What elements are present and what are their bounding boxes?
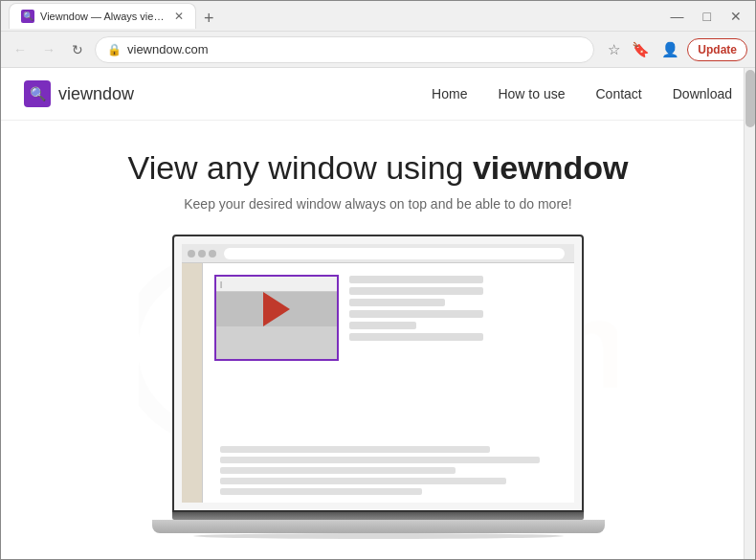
maximize-button[interactable]: □: [698, 7, 717, 26]
mini-dot-1: [188, 250, 195, 258]
hero-title: View any window using viewndow: [128, 149, 629, 187]
logo-text: viewndow: [58, 84, 134, 104]
hero-section: viewndow View any window using viewndow …: [1, 121, 755, 559]
bottom-line: [220, 446, 490, 453]
bottom-line: [220, 457, 540, 463]
address-bar: ← → ↻ 🔒 viewndow.com ☆ 🔖 👤 Update: [1, 32, 755, 68]
laptop-hinge: [172, 512, 584, 520]
content-line: [349, 322, 416, 329]
lock-icon: 🔒: [107, 43, 122, 56]
bottom-line: [220, 488, 422, 495]
forward-button[interactable]: →: [37, 38, 60, 61]
mini-content: [182, 263, 574, 503]
scrollbar-track[interactable]: [744, 68, 755, 559]
profile-icon[interactable]: 👤: [657, 37, 683, 62]
page-content: 🔍 viewndow Home How to use Contact Downl…: [1, 68, 755, 559]
window-controls: — □ ✕: [665, 7, 747, 26]
float-body: [216, 292, 337, 326]
hero-subtitle: Keep your desired window always on top a…: [184, 196, 571, 212]
tab-close-button[interactable]: ✕: [174, 10, 184, 23]
bottom-line: [220, 467, 456, 474]
tab-favicon: [21, 10, 34, 23]
nav-links: Home How to use Contact Download: [432, 86, 732, 101]
tab-bar: Viewndow — Always view desir... ✕ +: [9, 3, 665, 29]
toolbar-icons: ☆ 🔖 👤 Update: [604, 37, 747, 62]
logo-icon: 🔍: [24, 80, 51, 107]
pin-icon: [220, 277, 228, 292]
bottom-lines: [211, 446, 567, 495]
star-icon[interactable]: ☆: [604, 37, 624, 62]
content-line: [349, 333, 483, 341]
scrollbar-thumb[interactable]: [745, 70, 755, 127]
tab-title: Viewndow — Always view desir...: [40, 11, 165, 22]
screen-content: [182, 244, 574, 503]
update-button[interactable]: Update: [687, 38, 747, 61]
new-tab-button[interactable]: +: [196, 9, 222, 29]
mini-dots: [188, 250, 216, 258]
float-titlebar: [216, 277, 337, 292]
site-navbar: 🔍 viewndow Home How to use Contact Downl…: [1, 68, 755, 121]
content-line: [349, 287, 483, 295]
laptop-screen: [172, 235, 584, 512]
bookmark-icon[interactable]: 🔖: [628, 37, 654, 62]
mini-dot-3: [209, 250, 216, 258]
mini-browser-bar: [182, 244, 574, 263]
refresh-button[interactable]: ↻: [66, 38, 89, 61]
active-tab[interactable]: Viewndow — Always view desir... ✕: [9, 3, 196, 29]
laptop-illustration: [172, 235, 584, 539]
play-button-icon: [263, 292, 290, 326]
mini-main: [203, 263, 574, 503]
title-bar: Viewndow — Always view desir... ✕ + — □ …: [1, 1, 755, 32]
nav-contact[interactable]: Contact: [595, 86, 641, 101]
bottom-line: [220, 478, 506, 484]
content-line: [349, 310, 483, 318]
close-button[interactable]: ✕: [724, 7, 747, 26]
url-bar[interactable]: 🔒 viewndow.com: [95, 36, 594, 63]
content-line: [349, 276, 483, 283]
nav-download[interactable]: Download: [673, 86, 732, 101]
logo-area: 🔍 viewndow: [24, 80, 134, 107]
nav-how-to-use[interactable]: How to use: [498, 86, 565, 101]
mini-dot-2: [198, 250, 206, 258]
back-button[interactable]: ←: [9, 38, 32, 61]
floating-video-window: [214, 275, 339, 361]
minimize-button[interactable]: —: [665, 7, 690, 26]
mini-url-bar: [224, 248, 565, 259]
laptop-shadow: [193, 533, 564, 539]
mini-sidebar: [182, 263, 203, 503]
laptop-base: [152, 520, 605, 533]
browser-frame: Viewndow — Always view desir... ✕ + — □ …: [0, 0, 756, 560]
url-text: viewndow.com: [127, 42, 582, 56]
content-line: [349, 299, 445, 306]
nav-home[interactable]: Home: [432, 86, 467, 101]
